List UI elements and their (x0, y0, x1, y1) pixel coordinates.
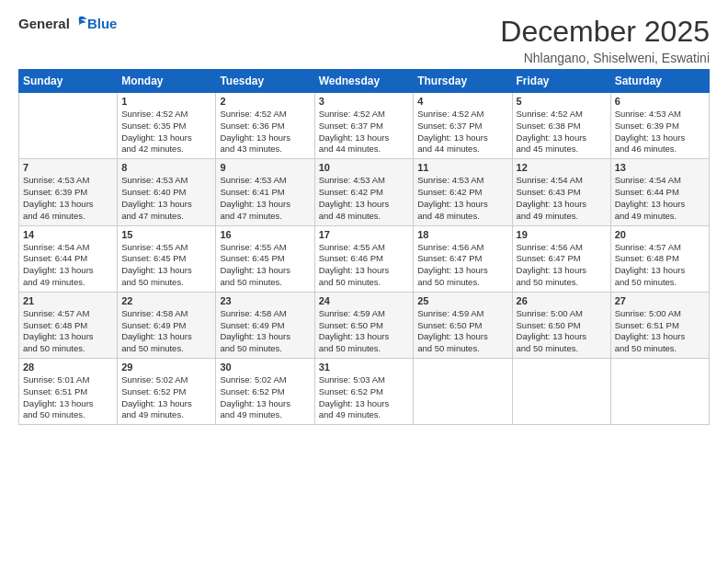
logo-bird-icon (71, 15, 87, 31)
calendar-cell: 26Sunrise: 5:00 AM Sunset: 6:50 PM Dayli… (512, 292, 610, 358)
header-thursday: Thursday (414, 70, 512, 93)
weekday-header-row: Sunday Monday Tuesday Wednesday Thursday… (19, 70, 710, 93)
day-info: Sunrise: 4:52 AM Sunset: 6:38 PM Dayligh… (517, 109, 607, 155)
day-number: 15 (121, 229, 211, 240)
calendar-cell (512, 359, 610, 425)
day-number: 22 (121, 295, 211, 306)
calendar-cell: 21Sunrise: 4:57 AM Sunset: 6:48 PM Dayli… (19, 292, 118, 358)
day-info: Sunrise: 5:01 AM Sunset: 6:51 PM Dayligh… (23, 374, 113, 421)
day-number: 11 (417, 162, 507, 173)
day-number: 31 (319, 362, 410, 373)
calendar-cell: 29Sunrise: 5:02 AM Sunset: 6:52 PM Dayli… (118, 359, 216, 425)
day-info: Sunrise: 4:52 AM Sunset: 6:35 PM Dayligh… (121, 109, 211, 155)
month-title: December 2025 (500, 15, 710, 49)
calendar-cell: 20Sunrise: 4:57 AM Sunset: 6:48 PM Dayli… (610, 225, 709, 292)
day-info: Sunrise: 5:02 AM Sunset: 6:52 PM Dayligh… (220, 374, 310, 421)
day-info: Sunrise: 4:59 AM Sunset: 6:50 PM Dayligh… (417, 308, 507, 355)
logo-blue: Blue (87, 16, 118, 31)
day-info: Sunrise: 4:55 AM Sunset: 6:45 PM Dayligh… (121, 242, 211, 289)
day-number: 28 (23, 362, 113, 373)
logo: General Blue (18, 15, 117, 31)
day-number: 3 (319, 96, 410, 107)
day-number: 27 (615, 295, 705, 306)
day-number: 16 (220, 229, 310, 240)
day-number: 19 (517, 229, 607, 240)
day-info: Sunrise: 4:54 AM Sunset: 6:44 PM Dayligh… (615, 175, 705, 222)
day-info: Sunrise: 4:52 AM Sunset: 6:37 PM Dayligh… (417, 109, 507, 155)
day-info: Sunrise: 5:02 AM Sunset: 6:52 PM Dayligh… (121, 374, 211, 421)
day-info: Sunrise: 4:56 AM Sunset: 6:47 PM Dayligh… (517, 242, 607, 289)
title-block: December 2025 Nhlangano, Shiselweni, Esw… (500, 15, 710, 65)
calendar-cell: 2Sunrise: 4:52 AM Sunset: 6:36 PM Daylig… (216, 93, 314, 159)
day-info: Sunrise: 4:59 AM Sunset: 6:50 PM Dayligh… (319, 308, 410, 355)
calendar-cell: 3Sunrise: 4:52 AM Sunset: 6:37 PM Daylig… (314, 93, 414, 159)
day-number: 30 (220, 362, 310, 373)
calendar-cell: 28Sunrise: 5:01 AM Sunset: 6:51 PM Dayli… (19, 359, 118, 425)
calendar-cell: 13Sunrise: 4:54 AM Sunset: 6:44 PM Dayli… (610, 159, 709, 225)
header-friday: Friday (512, 70, 610, 93)
day-number: 26 (517, 295, 607, 306)
subtitle: Nhlangano, Shiselweni, Eswatini (500, 51, 710, 65)
calendar-cell: 24Sunrise: 4:59 AM Sunset: 6:50 PM Dayli… (314, 292, 414, 358)
day-info: Sunrise: 4:53 AM Sunset: 6:42 PM Dayligh… (417, 175, 507, 222)
day-info: Sunrise: 4:53 AM Sunset: 6:39 PM Dayligh… (23, 175, 113, 222)
calendar-cell: 23Sunrise: 4:58 AM Sunset: 6:49 PM Dayli… (216, 292, 314, 358)
calendar-cell: 7Sunrise: 4:53 AM Sunset: 6:39 PM Daylig… (19, 159, 118, 225)
calendar-cell: 4Sunrise: 4:52 AM Sunset: 6:37 PM Daylig… (414, 93, 512, 159)
day-info: Sunrise: 4:57 AM Sunset: 6:48 PM Dayligh… (615, 242, 705, 289)
calendar-cell: 31Sunrise: 5:03 AM Sunset: 6:52 PM Dayli… (314, 359, 414, 425)
calendar-cell: 5Sunrise: 4:52 AM Sunset: 6:38 PM Daylig… (512, 93, 610, 159)
day-info: Sunrise: 5:03 AM Sunset: 6:52 PM Dayligh… (319, 374, 410, 421)
day-info: Sunrise: 4:52 AM Sunset: 6:37 PM Dayligh… (319, 109, 410, 155)
calendar-cell: 12Sunrise: 4:54 AM Sunset: 6:43 PM Dayli… (512, 159, 610, 225)
day-number: 18 (417, 229, 507, 240)
calendar-cell: 1Sunrise: 4:52 AM Sunset: 6:35 PM Daylig… (118, 93, 216, 159)
calendar-cell (19, 93, 118, 159)
day-info: Sunrise: 4:53 AM Sunset: 6:42 PM Dayligh… (319, 175, 410, 222)
calendar-cell: 19Sunrise: 4:56 AM Sunset: 6:47 PM Dayli… (512, 225, 610, 292)
logo-general: General (18, 16, 70, 31)
day-number: 10 (319, 162, 410, 173)
header-wednesday: Wednesday (314, 70, 414, 93)
day-number: 7 (23, 162, 113, 173)
day-number: 21 (23, 295, 113, 306)
header-sunday: Sunday (19, 70, 118, 93)
day-info: Sunrise: 5:00 AM Sunset: 6:50 PM Dayligh… (517, 308, 607, 355)
day-info: Sunrise: 4:53 AM Sunset: 6:40 PM Dayligh… (121, 175, 211, 222)
calendar-cell: 8Sunrise: 4:53 AM Sunset: 6:40 PM Daylig… (118, 159, 216, 225)
day-number: 20 (615, 229, 705, 240)
day-number: 8 (121, 162, 211, 173)
day-number: 4 (417, 96, 507, 107)
day-info: Sunrise: 4:58 AM Sunset: 6:49 PM Dayligh… (220, 308, 310, 355)
calendar-cell: 11Sunrise: 4:53 AM Sunset: 6:42 PM Dayli… (414, 159, 512, 225)
day-info: Sunrise: 4:54 AM Sunset: 6:43 PM Dayligh… (517, 175, 607, 222)
day-number: 24 (319, 295, 410, 306)
week-row-4: 28Sunrise: 5:01 AM Sunset: 6:51 PM Dayli… (19, 359, 710, 425)
page-header: General Blue December 2025 Nhlangano, Sh… (18, 15, 710, 65)
day-number: 14 (23, 229, 113, 240)
day-number: 2 (220, 96, 310, 107)
header-saturday: Saturday (610, 70, 709, 93)
day-number: 12 (517, 162, 607, 173)
day-info: Sunrise: 4:58 AM Sunset: 6:49 PM Dayligh… (121, 308, 211, 355)
calendar-cell: 15Sunrise: 4:55 AM Sunset: 6:45 PM Dayli… (118, 225, 216, 292)
calendar-cell: 6Sunrise: 4:53 AM Sunset: 6:39 PM Daylig… (610, 93, 709, 159)
week-row-1: 7Sunrise: 4:53 AM Sunset: 6:39 PM Daylig… (19, 159, 710, 225)
day-info: Sunrise: 4:53 AM Sunset: 6:39 PM Dayligh… (615, 109, 705, 155)
calendar-cell: 30Sunrise: 5:02 AM Sunset: 6:52 PM Dayli… (216, 359, 314, 425)
day-info: Sunrise: 4:55 AM Sunset: 6:45 PM Dayligh… (220, 242, 310, 289)
day-number: 1 (121, 96, 211, 107)
calendar-cell: 27Sunrise: 5:00 AM Sunset: 6:51 PM Dayli… (610, 292, 709, 358)
day-number: 13 (615, 162, 705, 173)
calendar-cell: 22Sunrise: 4:58 AM Sunset: 6:49 PM Dayli… (118, 292, 216, 358)
header-monday: Monday (118, 70, 216, 93)
day-number: 25 (417, 295, 507, 306)
day-number: 9 (220, 162, 310, 173)
calendar-cell: 18Sunrise: 4:56 AM Sunset: 6:47 PM Dayli… (414, 225, 512, 292)
calendar-cell (610, 359, 709, 425)
calendar-cell: 10Sunrise: 4:53 AM Sunset: 6:42 PM Dayli… (314, 159, 414, 225)
day-info: Sunrise: 4:57 AM Sunset: 6:48 PM Dayligh… (23, 308, 113, 355)
header-tuesday: Tuesday (216, 70, 314, 93)
day-info: Sunrise: 4:55 AM Sunset: 6:46 PM Dayligh… (319, 242, 410, 289)
day-number: 5 (517, 96, 607, 107)
